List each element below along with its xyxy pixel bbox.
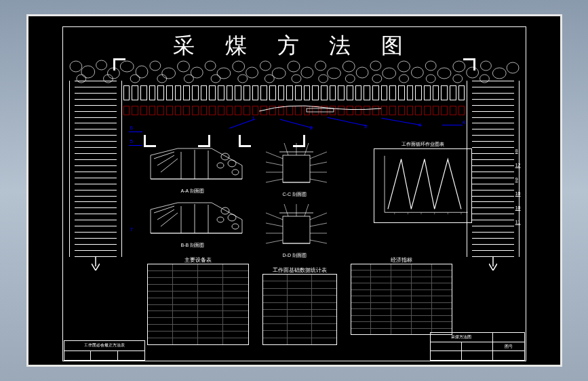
goaf-rubble-zone — [69, 58, 520, 84]
svg-point-57 — [232, 224, 239, 229]
callout-number: 10 — [515, 191, 521, 196]
table-title: 工作面基础数据统计表 — [263, 266, 336, 274]
svg-line-63 — [266, 152, 283, 159]
leader-line — [442, 125, 463, 125]
svg-point-1 — [81, 66, 94, 78]
leader-number: 7 — [130, 226, 133, 233]
svg-line-85 — [284, 204, 288, 216]
conveyor-shearer — [259, 103, 381, 111]
graph-title: 工作面循环作业图表 — [374, 141, 471, 148]
svg-rect-49 — [307, 108, 334, 112]
svg-point-40 — [264, 75, 274, 83]
svg-point-31 — [492, 68, 506, 79]
svg-point-11 — [217, 68, 231, 79]
svg-point-7 — [161, 68, 175, 79]
svg-point-6 — [149, 61, 160, 71]
svg-point-28 — [452, 61, 465, 72]
svg-point-44 — [372, 75, 381, 83]
economic-indicators-table: 经济指标 — [351, 264, 452, 335]
svg-line-64 — [266, 162, 283, 165]
section-d-label: D-D 剖面图 — [283, 252, 307, 259]
callout-number: 8 — [515, 148, 521, 153]
svg-line-73 — [305, 143, 309, 155]
svg-point-18 — [315, 61, 326, 71]
svg-line-78 — [266, 223, 283, 226]
svg-point-15 — [272, 68, 286, 79]
drawing-name: 采煤方法图 — [431, 333, 493, 342]
leader-number: 2 — [310, 125, 313, 131]
svg-point-52 — [232, 169, 239, 175]
hydraulic-supports-row — [123, 85, 465, 100]
svg-rect-60 — [283, 155, 310, 182]
svg-point-20 — [342, 61, 355, 72]
section-c-detail — [256, 142, 337, 193]
left-block-label: 工作面必会最正方法表 — [64, 341, 144, 350]
svg-line-68 — [310, 162, 327, 165]
svg-point-25 — [411, 67, 423, 78]
svg-point-5 — [136, 66, 148, 78]
table-title: 主要设备表 — [148, 256, 248, 264]
svg-point-55 — [221, 207, 229, 214]
section-a-label: A-A 剖面图 — [181, 188, 204, 195]
svg-point-37 — [184, 75, 193, 83]
right-callout-numbers: 8 12 9 10 10 11 — [515, 148, 521, 224]
section-b-label: B-B 剖面图 — [181, 242, 205, 249]
callout-number: 10 — [515, 205, 521, 210]
svg-line-67 — [310, 152, 327, 159]
plan-view — [69, 58, 520, 129]
drawing-title: 采 煤 方 法 图 — [28, 31, 560, 61]
arrow-icon — [489, 257, 497, 270]
drawing-frame: 采 煤 方 法 图 — [26, 14, 562, 367]
svg-line-81 — [310, 213, 327, 220]
svg-point-10 — [205, 61, 216, 71]
sheet-label: 图号 — [493, 342, 524, 351]
cycle-operation-graph: 工作面循环作业图表 — [374, 148, 472, 223]
svg-point-35 — [130, 75, 140, 83]
svg-point-2 — [96, 60, 106, 70]
callout-number: 9 — [515, 177, 521, 182]
svg-line-87 — [305, 204, 309, 216]
leader-number: 1 — [252, 115, 255, 121]
leader-number: 4 — [418, 122, 421, 128]
svg-point-32 — [507, 62, 519, 73]
svg-point-36 — [157, 75, 166, 83]
svg-point-56 — [228, 214, 236, 221]
equipment-table: 主要设备表 — [147, 264, 249, 345]
callout-number: 11 — [515, 220, 521, 224]
leader-number: 6 — [130, 125, 133, 131]
svg-point-24 — [397, 61, 410, 72]
svg-point-19 — [327, 68, 340, 79]
leader-number: 3 — [364, 123, 367, 129]
svg-rect-74 — [283, 216, 310, 243]
svg-point-43 — [345, 75, 355, 83]
svg-point-21 — [356, 67, 368, 78]
svg-point-27 — [437, 68, 451, 79]
svg-line-70 — [310, 179, 327, 182]
svg-point-45 — [399, 75, 408, 83]
svg-point-16 — [288, 61, 300, 72]
section-b-detail — [147, 196, 246, 243]
svg-line-82 — [310, 223, 327, 226]
svg-point-39 — [237, 75, 247, 83]
section-c-label: C-C 剖面图 — [283, 191, 307, 198]
right-gate-road — [467, 81, 520, 270]
table-title: 经济指标 — [351, 256, 452, 264]
leader-line — [129, 132, 142, 132]
leader-number: 5 — [130, 138, 133, 144]
svg-point-13 — [246, 67, 258, 78]
svg-point-4 — [120, 61, 134, 72]
svg-point-0 — [69, 61, 81, 72]
svg-point-22 — [370, 61, 380, 71]
svg-point-38 — [211, 75, 220, 83]
svg-point-41 — [292, 75, 301, 83]
svg-point-50 — [221, 153, 229, 160]
svg-point-23 — [382, 68, 395, 79]
svg-point-17 — [300, 67, 313, 78]
svg-point-26 — [425, 61, 436, 71]
svg-point-3 — [107, 68, 119, 79]
svg-point-12 — [232, 61, 244, 72]
arrow-icon — [92, 257, 100, 270]
section-a-detail — [147, 142, 246, 189]
svg-point-29 — [466, 67, 478, 78]
svg-point-42 — [318, 75, 328, 83]
